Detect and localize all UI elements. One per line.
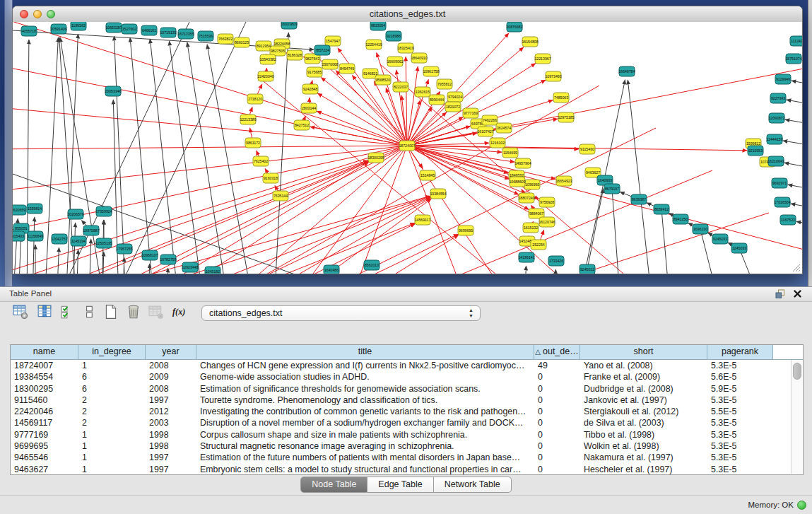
network-node[interactable]: 1245033 [731, 243, 747, 253]
table-row[interactable]: 1872400712008Changes of HCN gene express… [11, 360, 803, 371]
column-header-outde[interactable]: △out_de… [534, 345, 580, 359]
network-node[interactable]: 12975185 [558, 112, 574, 122]
network-node[interactable]: 14136141 [518, 252, 534, 262]
network-node[interactable]: 16210643 [767, 156, 784, 166]
network-node[interactable]: 3624574 [496, 123, 512, 133]
delete-trash-button[interactable] [124, 303, 143, 322]
network-node[interactable]: 1640486 [324, 265, 339, 274]
close-panel-icon[interactable] [793, 289, 802, 298]
network-edge[interactable] [130, 37, 154, 274]
network-node[interactable]: 8659412 [654, 204, 669, 214]
network-edge[interactable] [628, 80, 652, 274]
network-node[interactable]: 8427512 [294, 120, 310, 130]
network-node[interactable]: 18325419 [397, 43, 413, 53]
canvas-resize-grip[interactable] [792, 264, 801, 272]
network-node[interactable]: 7625402 [253, 156, 269, 166]
network-node[interactable]: 20591406 [50, 24, 66, 34]
network-node[interactable]: 10958107 [141, 250, 158, 260]
network-node[interactable]: 19384554 [430, 189, 446, 199]
network-node[interactable]: 1362615 [415, 87, 430, 97]
network-node[interactable]: 9227343 [770, 93, 786, 103]
float-panel-icon[interactable] [775, 289, 785, 299]
network-edge[interactable] [785, 119, 802, 127]
network-node[interactable]: 1112408 [790, 36, 802, 46]
network-node[interactable]: 18300295 [367, 153, 384, 163]
network-node[interactable]: 8568520 [375, 75, 391, 85]
network-node[interactable]: 16107427 [477, 127, 493, 136]
network-node[interactable]: 7955812 [437, 79, 452, 89]
network-node[interactable]: 9129946 [775, 74, 791, 84]
network-node[interactable]: 8454749 [339, 64, 355, 74]
network-edge[interactable] [62, 161, 368, 274]
network-node[interactable]: 9175685 [307, 67, 322, 77]
table-row[interactable]: 1830029562008Estimation of significance … [11, 383, 803, 395]
network-node[interactable]: 12213389 [240, 115, 256, 124]
network-node[interactable]: 9794024 [447, 92, 463, 102]
tab-network-table[interactable]: Network Table [434, 477, 512, 493]
network-node[interactable]: 1559814 [27, 204, 42, 214]
network-edge[interactable] [13, 107, 407, 146]
network-edge[interactable] [407, 146, 802, 255]
network-node[interactable]: 252254 [531, 240, 546, 250]
network-node[interactable]: 8679197 [604, 184, 620, 194]
network-node[interactable]: 1167533 [780, 215, 796, 225]
network-node[interactable]: 15751074 [785, 54, 801, 64]
network-node[interactable]: 16033809 [281, 22, 297, 29]
network-node[interactable]: 9218986 [386, 31, 401, 41]
network-node[interactable]: 18807249 [518, 193, 534, 203]
network-node[interactable]: 8941250 [673, 214, 688, 224]
network-edge[interactable] [89, 239, 91, 274]
network-node[interactable]: 12505135 [95, 238, 112, 248]
network-node[interactable]: 1186562 [71, 22, 86, 30]
network-node[interactable]: 20206576 [67, 209, 83, 219]
tab-node-table[interactable]: Node Table [300, 477, 367, 493]
network-edge[interactable] [148, 264, 150, 274]
table-settings-button[interactable] [11, 303, 30, 322]
network-node[interactable]: 8639387 [631, 194, 647, 204]
network-node[interactable]: 1733426 [548, 256, 564, 266]
network-node[interactable]: 20876682 [506, 22, 522, 32]
network-node[interactable]: 14569117 [415, 215, 431, 225]
network-edge[interactable] [792, 81, 802, 87]
network-node[interactable]: 7462266 [482, 115, 498, 125]
network-node[interactable]: 17359924 [95, 206, 112, 216]
network-node[interactable]: 8660123 [234, 37, 249, 47]
network-node[interactable]: 1615132 [523, 223, 539, 233]
network-node[interactable]: 1696230 [693, 224, 708, 234]
table-selector-dropdown[interactable]: citations_edges.txt ▲▼ [201, 305, 481, 321]
network-edge[interactable] [791, 204, 802, 210]
network-node[interactable]: 1154699 [502, 148, 518, 158]
network-node[interactable]: 16120746 [539, 217, 555, 227]
network-node[interactable]: 16713355 [177, 29, 194, 39]
network-edge[interactable] [587, 189, 604, 269]
network-edge[interactable] [13, 160, 368, 274]
column-header-short[interactable]: short [580, 345, 707, 359]
network-node[interactable]: 7485063 [553, 93, 569, 103]
network-edge[interactable] [167, 268, 168, 274]
column-header-year[interactable]: year [146, 345, 196, 359]
network-node[interactable]: 16609062 [387, 57, 403, 66]
network-edge[interactable] [76, 250, 78, 274]
network-node[interactable]: 1514845 [420, 170, 435, 180]
network-node[interactable]: 9692971 [772, 178, 787, 188]
network-node[interactable]: 6466161 [141, 25, 157, 35]
network-edge[interactable] [114, 36, 126, 274]
network-node[interactable]: 8912954 [256, 41, 271, 51]
network-node[interactable]: 9777169 [463, 108, 478, 118]
network-node[interactable]: 3915433 [13, 231, 25, 241]
network-node[interactable]: 17016504 [774, 197, 790, 207]
show-columns-button[interactable] [35, 303, 54, 322]
network-node[interactable]: 9861172 [245, 138, 261, 148]
network-node[interactable]: 8990444 [429, 95, 445, 105]
network-node[interactable]: 9242848 [302, 84, 318, 94]
network-node[interactable]: 8562013 [364, 260, 379, 270]
table-row[interactable]: 969969511998Structural magnetic resonanc… [11, 440, 803, 452]
network-node[interactable]: 16154808 [522, 37, 538, 47]
network-node[interactable]: 16782759 [160, 255, 176, 264]
network-node[interactable]: 1096995 [524, 180, 540, 189]
network-edge[interactable] [13, 146, 407, 234]
import-table-button[interactable] [147, 303, 165, 322]
network-node[interactable]: 16648784 [618, 66, 635, 76]
network-node[interactable]: 12444159 [766, 134, 782, 144]
network-node[interactable]: 1821072 [445, 102, 461, 112]
